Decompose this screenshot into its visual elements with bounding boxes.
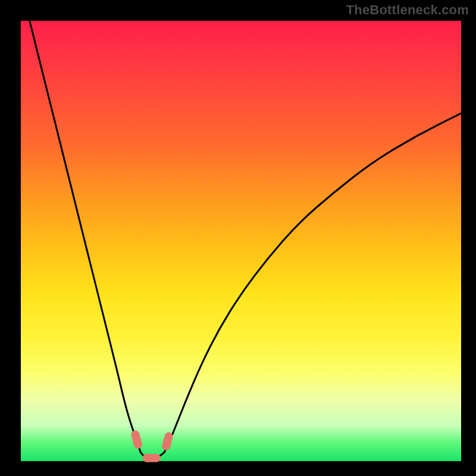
curve-layer: [21, 21, 461, 461]
marker-left-pair: [135, 435, 137, 444]
marker-right-pair: [166, 437, 168, 446]
chart-frame: TheBottleneck.com: [0, 0, 476, 476]
watermark-text: TheBottleneck.com: [346, 2, 469, 18]
plot-area: [21, 21, 461, 461]
data-markers: [135, 435, 168, 458]
bottleneck-curve: [30, 21, 461, 459]
